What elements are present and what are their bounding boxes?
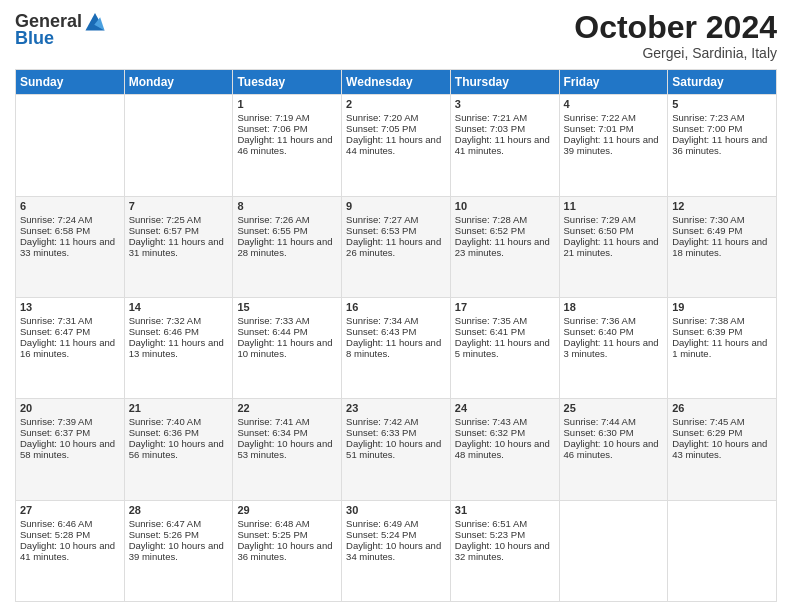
daylight-text: Daylight: 10 hours and 51 minutes. xyxy=(346,438,446,460)
sunrise-text: Sunrise: 7:31 AM xyxy=(20,315,120,326)
day-number: 12 xyxy=(672,200,772,212)
sunrise-text: Sunrise: 7:22 AM xyxy=(564,112,664,123)
calendar-cell: 24Sunrise: 7:43 AMSunset: 6:32 PMDayligh… xyxy=(450,399,559,500)
calendar-cell: 1Sunrise: 7:19 AMSunset: 7:06 PMDaylight… xyxy=(233,95,342,196)
sunset-text: Sunset: 6:43 PM xyxy=(346,326,446,337)
sunrise-text: Sunrise: 6:51 AM xyxy=(455,518,555,529)
day-header-wednesday: Wednesday xyxy=(342,70,451,95)
sunrise-text: Sunrise: 6:46 AM xyxy=(20,518,120,529)
calendar-cell: 27Sunrise: 6:46 AMSunset: 5:28 PMDayligh… xyxy=(16,500,125,601)
sunrise-text: Sunrise: 7:21 AM xyxy=(455,112,555,123)
sunset-text: Sunset: 6:49 PM xyxy=(672,225,772,236)
sunrise-text: Sunrise: 7:32 AM xyxy=(129,315,229,326)
day-number: 8 xyxy=(237,200,337,212)
daylight-text: Daylight: 11 hours and 41 minutes. xyxy=(455,134,555,156)
day-number: 7 xyxy=(129,200,229,212)
sunrise-text: Sunrise: 7:39 AM xyxy=(20,416,120,427)
day-number: 20 xyxy=(20,402,120,414)
week-row-3: 20Sunrise: 7:39 AMSunset: 6:37 PMDayligh… xyxy=(16,399,777,500)
sunset-text: Sunset: 6:37 PM xyxy=(20,427,120,438)
calendar-cell xyxy=(559,500,668,601)
sunset-text: Sunset: 5:28 PM xyxy=(20,529,120,540)
calendar-cell: 29Sunrise: 6:48 AMSunset: 5:25 PMDayligh… xyxy=(233,500,342,601)
day-number: 13 xyxy=(20,301,120,313)
calendar-cell: 23Sunrise: 7:42 AMSunset: 6:33 PMDayligh… xyxy=(342,399,451,500)
calendar-cell: 8Sunrise: 7:26 AMSunset: 6:55 PMDaylight… xyxy=(233,196,342,297)
calendar-cell: 14Sunrise: 7:32 AMSunset: 6:46 PMDayligh… xyxy=(124,297,233,398)
day-number: 30 xyxy=(346,504,446,516)
day-number: 27 xyxy=(20,504,120,516)
sunset-text: Sunset: 6:40 PM xyxy=(564,326,664,337)
sunrise-text: Sunrise: 7:25 AM xyxy=(129,214,229,225)
sunset-text: Sunset: 6:30 PM xyxy=(564,427,664,438)
daylight-text: Daylight: 10 hours and 34 minutes. xyxy=(346,540,446,562)
calendar-cell: 7Sunrise: 7:25 AMSunset: 6:57 PMDaylight… xyxy=(124,196,233,297)
sunrise-text: Sunrise: 7:19 AM xyxy=(237,112,337,123)
daylight-text: Daylight: 11 hours and 26 minutes. xyxy=(346,236,446,258)
calendar-table: SundayMondayTuesdayWednesdayThursdayFrid… xyxy=(15,69,777,602)
week-row-0: 1Sunrise: 7:19 AMSunset: 7:06 PMDaylight… xyxy=(16,95,777,196)
sunrise-text: Sunrise: 7:33 AM xyxy=(237,315,337,326)
sunset-text: Sunset: 5:23 PM xyxy=(455,529,555,540)
daylight-text: Daylight: 11 hours and 46 minutes. xyxy=(237,134,337,156)
daylight-text: Daylight: 10 hours and 32 minutes. xyxy=(455,540,555,562)
calendar-cell: 30Sunrise: 6:49 AMSunset: 5:24 PMDayligh… xyxy=(342,500,451,601)
day-number: 31 xyxy=(455,504,555,516)
sunset-text: Sunset: 6:52 PM xyxy=(455,225,555,236)
sunset-text: Sunset: 6:33 PM xyxy=(346,427,446,438)
sunset-text: Sunset: 6:39 PM xyxy=(672,326,772,337)
sunset-text: Sunset: 6:50 PM xyxy=(564,225,664,236)
day-number: 5 xyxy=(672,98,772,110)
daylight-text: Daylight: 10 hours and 36 minutes. xyxy=(237,540,337,562)
day-number: 4 xyxy=(564,98,664,110)
sunset-text: Sunset: 6:47 PM xyxy=(20,326,120,337)
sunset-text: Sunset: 7:06 PM xyxy=(237,123,337,134)
sunrise-text: Sunrise: 7:44 AM xyxy=(564,416,664,427)
day-number: 16 xyxy=(346,301,446,313)
calendar-cell: 11Sunrise: 7:29 AMSunset: 6:50 PMDayligh… xyxy=(559,196,668,297)
calendar-cell: 13Sunrise: 7:31 AMSunset: 6:47 PMDayligh… xyxy=(16,297,125,398)
daylight-text: Daylight: 11 hours and 13 minutes. xyxy=(129,337,229,359)
sunrise-text: Sunrise: 6:49 AM xyxy=(346,518,446,529)
calendar-cell: 16Sunrise: 7:34 AMSunset: 6:43 PMDayligh… xyxy=(342,297,451,398)
daylight-text: Daylight: 10 hours and 58 minutes. xyxy=(20,438,120,460)
day-header-thursday: Thursday xyxy=(450,70,559,95)
calendar-cell: 26Sunrise: 7:45 AMSunset: 6:29 PMDayligh… xyxy=(668,399,777,500)
sunset-text: Sunset: 6:41 PM xyxy=(455,326,555,337)
page: General Blue October 2024 Gergei, Sardin… xyxy=(0,0,792,612)
daylight-text: Daylight: 10 hours and 48 minutes. xyxy=(455,438,555,460)
logo: General Blue xyxy=(15,10,106,49)
sunset-text: Sunset: 7:05 PM xyxy=(346,123,446,134)
days-header-row: SundayMondayTuesdayWednesdayThursdayFrid… xyxy=(16,70,777,95)
sunrise-text: Sunrise: 7:43 AM xyxy=(455,416,555,427)
daylight-text: Daylight: 11 hours and 44 minutes. xyxy=(346,134,446,156)
sunrise-text: Sunrise: 7:27 AM xyxy=(346,214,446,225)
daylight-text: Daylight: 11 hours and 23 minutes. xyxy=(455,236,555,258)
day-header-monday: Monday xyxy=(124,70,233,95)
calendar-cell: 19Sunrise: 7:38 AMSunset: 6:39 PMDayligh… xyxy=(668,297,777,398)
daylight-text: Daylight: 11 hours and 8 minutes. xyxy=(346,337,446,359)
daylight-text: Daylight: 10 hours and 41 minutes. xyxy=(20,540,120,562)
day-number: 29 xyxy=(237,504,337,516)
sunset-text: Sunset: 6:29 PM xyxy=(672,427,772,438)
sunset-text: Sunset: 6:58 PM xyxy=(20,225,120,236)
week-row-2: 13Sunrise: 7:31 AMSunset: 6:47 PMDayligh… xyxy=(16,297,777,398)
sunset-text: Sunset: 6:53 PM xyxy=(346,225,446,236)
calendar-cell: 5Sunrise: 7:23 AMSunset: 7:00 PMDaylight… xyxy=(668,95,777,196)
daylight-text: Daylight: 10 hours and 43 minutes. xyxy=(672,438,772,460)
sunrise-text: Sunrise: 7:36 AM xyxy=(564,315,664,326)
day-header-sunday: Sunday xyxy=(16,70,125,95)
sunrise-text: Sunrise: 7:35 AM xyxy=(455,315,555,326)
sunset-text: Sunset: 5:25 PM xyxy=(237,529,337,540)
day-number: 6 xyxy=(20,200,120,212)
sunrise-text: Sunrise: 7:20 AM xyxy=(346,112,446,123)
day-number: 24 xyxy=(455,402,555,414)
daylight-text: Daylight: 11 hours and 10 minutes. xyxy=(237,337,337,359)
sunrise-text: Sunrise: 7:42 AM xyxy=(346,416,446,427)
sunrise-text: Sunrise: 7:34 AM xyxy=(346,315,446,326)
calendar-cell: 22Sunrise: 7:41 AMSunset: 6:34 PMDayligh… xyxy=(233,399,342,500)
sunrise-text: Sunrise: 7:24 AM xyxy=(20,214,120,225)
header: General Blue October 2024 Gergei, Sardin… xyxy=(15,10,777,61)
sunset-text: Sunset: 6:46 PM xyxy=(129,326,229,337)
calendar-cell: 28Sunrise: 6:47 AMSunset: 5:26 PMDayligh… xyxy=(124,500,233,601)
